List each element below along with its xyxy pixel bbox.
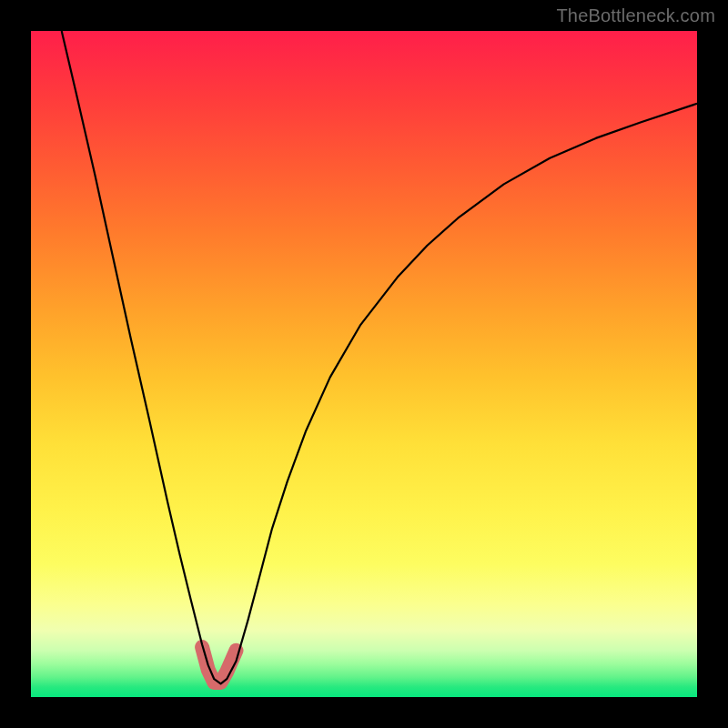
- chart-svg: [31, 31, 697, 697]
- watermark-text: TheBottleneck.com: [556, 5, 715, 26]
- plot-area: [31, 31, 697, 697]
- main-curve-path: [62, 31, 697, 683]
- chart-frame: TheBottleneck.com: [0, 0, 728, 728]
